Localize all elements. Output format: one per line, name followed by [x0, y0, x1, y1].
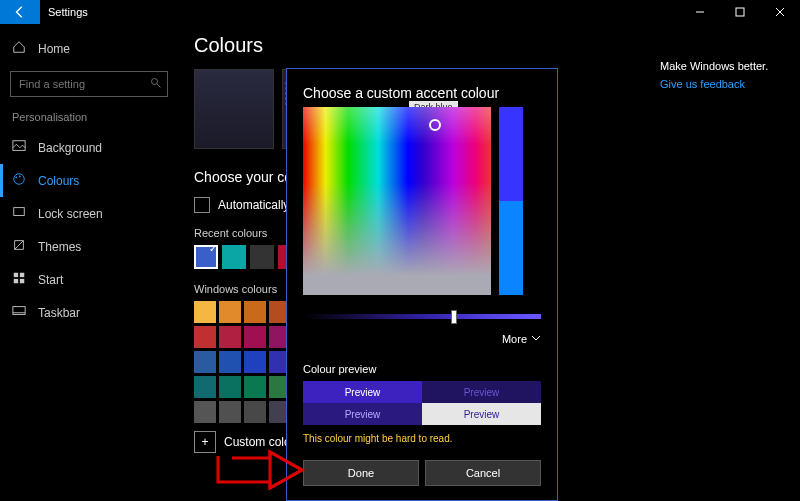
group-label: Personalisation: [0, 103, 180, 131]
feedback-link[interactable]: Give us feedback: [660, 78, 790, 90]
colour-swatch[interactable]: [194, 351, 216, 373]
preview-grid: Preview Preview Preview Preview: [303, 381, 541, 425]
back-button[interactable]: [0, 0, 40, 24]
colour-swatch[interactable]: [219, 351, 241, 373]
svg-rect-13: [13, 307, 25, 315]
shade-column[interactable]: [499, 107, 523, 295]
feedback-heading: Make Windows better.: [660, 60, 790, 72]
dialog-title: Choose a custom accent colour: [303, 85, 541, 101]
auto-pick-checkbox[interactable]: [194, 197, 210, 213]
sidebar-item-themes[interactable]: Themes: [0, 230, 180, 263]
preview-cell: Preview: [422, 381, 541, 403]
search-icon: [150, 77, 162, 92]
maximize-button[interactable]: [720, 0, 760, 24]
colour-swatch[interactable]: [244, 301, 266, 323]
home-icon: [12, 40, 26, 57]
sidebar-item-taskbar[interactable]: Taskbar: [0, 296, 180, 329]
colour-swatch[interactable]: [244, 401, 266, 423]
preview-cell: Preview: [303, 381, 422, 403]
start-icon: [12, 271, 26, 288]
custom-colour-dialog: Choose a custom accent colour Dark blue …: [286, 68, 558, 501]
annotation-arrow: [210, 450, 310, 490]
home-label: Home: [38, 42, 70, 56]
picture-icon: [12, 139, 26, 156]
svg-point-7: [19, 176, 21, 178]
brightness-slider[interactable]: [303, 311, 541, 323]
preview-heading: Colour preview: [303, 363, 541, 375]
page-title: Colours: [194, 34, 650, 57]
svg-line-3: [157, 84, 161, 88]
colour-swatch[interactable]: [244, 376, 266, 398]
colour-swatch[interactable]: [244, 326, 266, 348]
themes-icon: [12, 238, 26, 255]
colour-swatch[interactable]: [194, 376, 216, 398]
minimize-button[interactable]: [680, 0, 720, 24]
recent-swatch[interactable]: [250, 245, 274, 269]
more-toggle[interactable]: More: [303, 333, 541, 345]
colour-spectrum[interactable]: [303, 107, 491, 295]
cancel-button[interactable]: Cancel: [425, 460, 541, 486]
chevron-down-icon: [531, 333, 541, 345]
recent-swatch[interactable]: [194, 245, 218, 269]
svg-rect-8: [14, 208, 25, 216]
done-button[interactable]: Done: [303, 460, 419, 486]
slider-thumb[interactable]: [451, 310, 457, 324]
close-button[interactable]: [760, 0, 800, 24]
colour-swatch[interactable]: [219, 301, 241, 323]
spectrum-cursor[interactable]: [429, 119, 441, 131]
svg-rect-11: [14, 279, 18, 283]
svg-rect-10: [20, 273, 24, 277]
sidebar-item-background[interactable]: Background: [0, 131, 180, 164]
recent-swatch[interactable]: [222, 245, 246, 269]
colour-swatch[interactable]: [194, 401, 216, 423]
taskbar-icon: [12, 304, 26, 321]
sidebar-item-lockscreen[interactable]: Lock screen: [0, 197, 180, 230]
svg-point-5: [14, 174, 25, 185]
colour-swatch[interactable]: [219, 326, 241, 348]
sidebar-home[interactable]: Home: [0, 32, 180, 65]
colour-swatch[interactable]: [219, 376, 241, 398]
lock-icon: [12, 205, 26, 222]
svg-rect-1: [736, 8, 744, 16]
colour-swatch[interactable]: [219, 401, 241, 423]
colour-swatch[interactable]: [194, 301, 216, 323]
svg-point-2: [152, 79, 158, 85]
palette-icon: [12, 172, 26, 189]
svg-rect-9: [14, 273, 18, 277]
sidebar-item-start[interactable]: Start: [0, 263, 180, 296]
search-input[interactable]: [10, 71, 168, 97]
svg-rect-12: [20, 279, 24, 283]
colour-swatch[interactable]: [194, 326, 216, 348]
colour-swatch[interactable]: [244, 351, 266, 373]
app-title: Settings: [40, 6, 88, 18]
preview-cell: Preview: [303, 403, 422, 425]
warning-text: This colour might be hard to read.: [303, 433, 541, 444]
sidebar-item-colours[interactable]: Colours: [0, 164, 180, 197]
svg-point-6: [16, 176, 18, 178]
preview-cell: Preview: [422, 403, 541, 425]
